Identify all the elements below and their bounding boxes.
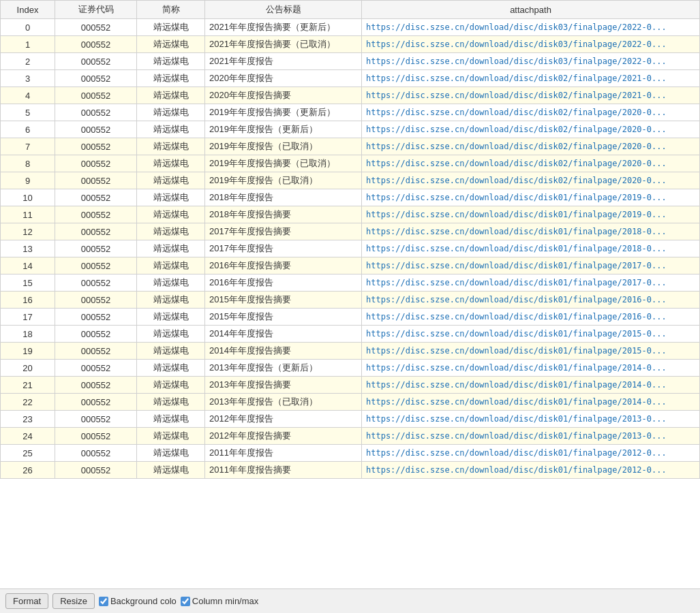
bg-color-checkbox[interactable]: [99, 597, 108, 606]
table-row: 24000552靖远煤电2012年年度报告摘要https://disc.szse…: [1, 428, 700, 445]
cell-title: 2013年年度报告（更新后）: [205, 360, 362, 377]
cell-title: 2016年年度报告摘要: [205, 257, 362, 274]
cell-url[interactable]: https://disc.szse.cn/download/disc/disk0…: [362, 411, 700, 428]
col-minmax-checkbox-label[interactable]: Column min/max: [181, 596, 259, 606]
cell-name: 靖远煤电: [137, 343, 205, 360]
cell-index: 5: [1, 104, 55, 121]
cell-index: 14: [1, 257, 55, 274]
bg-color-checkbox-label[interactable]: Background colo: [99, 596, 177, 606]
cell-name: 靖远煤电: [137, 189, 205, 206]
cell-title: 2012年年度报告: [205, 411, 362, 428]
cell-code: 000552: [55, 87, 137, 104]
cell-url[interactable]: https://disc.szse.cn/download/disc/disk0…: [362, 343, 700, 360]
cell-title: 2019年年度报告摘要（已取消）: [205, 155, 362, 172]
cell-index: 1: [1, 36, 55, 53]
cell-url[interactable]: https://disc.szse.cn/download/disc/disk0…: [362, 53, 700, 70]
table-row: 22000552靖远煤电2013年年度报告（已取消）https://disc.s…: [1, 394, 700, 411]
cell-url[interactable]: https://disc.szse.cn/download/disc/disk0…: [362, 257, 700, 274]
cell-code: 000552: [55, 343, 137, 360]
table-row: 17000552靖远煤电2015年年度报告https://disc.szse.c…: [1, 309, 700, 326]
cell-code: 000552: [55, 240, 137, 257]
cell-index: 23: [1, 411, 55, 428]
cell-url[interactable]: https://disc.szse.cn/download/disc/disk0…: [362, 36, 700, 53]
table-row: 14000552靖远煤电2016年年度报告摘要https://disc.szse…: [1, 257, 700, 274]
cell-index: 11: [1, 206, 55, 223]
cell-title: 2019年年度报告摘要（更新后）: [205, 104, 362, 121]
cell-url[interactable]: https://disc.szse.cn/download/disc/disk0…: [362, 206, 700, 223]
cell-url[interactable]: https://disc.szse.cn/download/disc/disk0…: [362, 104, 700, 121]
cell-code: 000552: [55, 445, 137, 462]
cell-index: 4: [1, 87, 55, 104]
table-row: 18000552靖远煤电2014年年度报告https://disc.szse.c…: [1, 326, 700, 343]
cell-url[interactable]: https://disc.szse.cn/download/disc/disk0…: [362, 87, 700, 104]
table-row: 11000552靖远煤电2018年年度报告摘要https://disc.szse…: [1, 206, 700, 223]
cell-url[interactable]: https://disc.szse.cn/download/disc/disk0…: [362, 189, 700, 206]
table-row: 23000552靖远煤电2012年年度报告https://disc.szse.c…: [1, 411, 700, 428]
cell-url[interactable]: https://disc.szse.cn/download/disc/disk0…: [362, 240, 700, 257]
col-minmax-checkbox[interactable]: [181, 597, 190, 606]
cell-title: 2013年年度报告（已取消）: [205, 394, 362, 411]
table-container: Index 证券代码 简称 公告标题 attachpath 0000552靖远煤…: [0, 0, 700, 588]
col-header-code: 证券代码: [55, 1, 137, 19]
cell-title: 2017年年度报告: [205, 240, 362, 257]
cell-name: 靖远煤电: [137, 428, 205, 445]
table-row: 4000552靖远煤电2020年年度报告摘要https://disc.szse.…: [1, 87, 700, 104]
cell-url[interactable]: https://disc.szse.cn/download/disc/disk0…: [362, 223, 700, 240]
cell-code: 000552: [55, 155, 137, 172]
cell-url[interactable]: https://disc.szse.cn/download/disc/disk0…: [362, 19, 700, 36]
cell-name: 靖远煤电: [137, 411, 205, 428]
cell-url[interactable]: https://disc.szse.cn/download/disc/disk0…: [362, 326, 700, 343]
table-row: 8000552靖远煤电2019年年度报告摘要（已取消）https://disc.…: [1, 155, 700, 172]
cell-code: 000552: [55, 19, 137, 36]
cell-url[interactable]: https://disc.szse.cn/download/disc/disk0…: [362, 377, 700, 394]
cell-name: 靖远煤电: [137, 394, 205, 411]
cell-url[interactable]: https://disc.szse.cn/download/disc/disk0…: [362, 292, 700, 309]
cell-url[interactable]: https://disc.szse.cn/download/disc/disk0…: [362, 274, 700, 292]
cell-index: 8: [1, 155, 55, 172]
cell-code: 000552: [55, 462, 137, 479]
cell-code: 000552: [55, 411, 137, 428]
cell-url[interactable]: https://disc.szse.cn/download/disc/disk0…: [362, 121, 700, 138]
cell-url[interactable]: https://disc.szse.cn/download/disc/disk0…: [362, 155, 700, 172]
cell-title: 2018年年度报告: [205, 189, 362, 206]
table-row: 6000552靖远煤电2019年年度报告（更新后）https://disc.sz…: [1, 121, 700, 138]
cell-index: 3: [1, 70, 55, 87]
table-row: 1000552靖远煤电2021年年度报告摘要（已取消）https://disc.…: [1, 36, 700, 53]
format-button[interactable]: Format: [5, 593, 48, 609]
cell-index: 15: [1, 274, 55, 292]
cell-url[interactable]: https://disc.szse.cn/download/disc/disk0…: [362, 428, 700, 445]
table-row: 5000552靖远煤电2019年年度报告摘要（更新后）https://disc.…: [1, 104, 700, 121]
cell-url[interactable]: https://disc.szse.cn/download/disc/disk0…: [362, 309, 700, 326]
cell-title: 2019年年度报告（更新后）: [205, 121, 362, 138]
col-header-title: 公告标题: [205, 1, 362, 19]
cell-url[interactable]: https://disc.szse.cn/download/disc/disk0…: [362, 360, 700, 377]
cell-name: 靖远煤电: [137, 53, 205, 70]
cell-url[interactable]: https://disc.szse.cn/download/disc/disk0…: [362, 70, 700, 87]
data-table: Index 证券代码 简称 公告标题 attachpath 0000552靖远煤…: [0, 0, 700, 479]
cell-code: 000552: [55, 223, 137, 240]
cell-title: 2021年年度报告摘要（已取消）: [205, 36, 362, 53]
table-row: 10000552靖远煤电2018年年度报告https://disc.szse.c…: [1, 189, 700, 206]
cell-url[interactable]: https://disc.szse.cn/download/disc/disk0…: [362, 462, 700, 479]
cell-url[interactable]: https://disc.szse.cn/download/disc/disk0…: [362, 172, 700, 189]
resize-button[interactable]: Resize: [52, 593, 95, 609]
col-minmax-label-text: Column min/max: [192, 596, 259, 606]
cell-code: 000552: [55, 309, 137, 326]
table-row: 19000552靖远煤电2014年年度报告摘要https://disc.szse…: [1, 343, 700, 360]
cell-index: 20: [1, 360, 55, 377]
cell-url[interactable]: https://disc.szse.cn/download/disc/disk0…: [362, 445, 700, 462]
cell-name: 靖远煤电: [137, 257, 205, 274]
cell-code: 000552: [55, 104, 137, 121]
cell-name: 靖远煤电: [137, 240, 205, 257]
cell-name: 靖远煤电: [137, 36, 205, 53]
cell-title: 2018年年度报告摘要: [205, 206, 362, 223]
cell-url[interactable]: https://disc.szse.cn/download/disc/disk0…: [362, 138, 700, 155]
cell-url[interactable]: https://disc.szse.cn/download/disc/disk0…: [362, 394, 700, 411]
cell-title: 2019年年度报告（已取消）: [205, 138, 362, 155]
table-row: 26000552靖远煤电2011年年度报告摘要https://disc.szse…: [1, 462, 700, 479]
cell-title: 2019年年度报告（已取消）: [205, 172, 362, 189]
table-row: 7000552靖远煤电2019年年度报告（已取消）https://disc.sz…: [1, 138, 700, 155]
cell-index: 18: [1, 326, 55, 343]
cell-index: 17: [1, 309, 55, 326]
cell-title: 2015年年度报告: [205, 309, 362, 326]
